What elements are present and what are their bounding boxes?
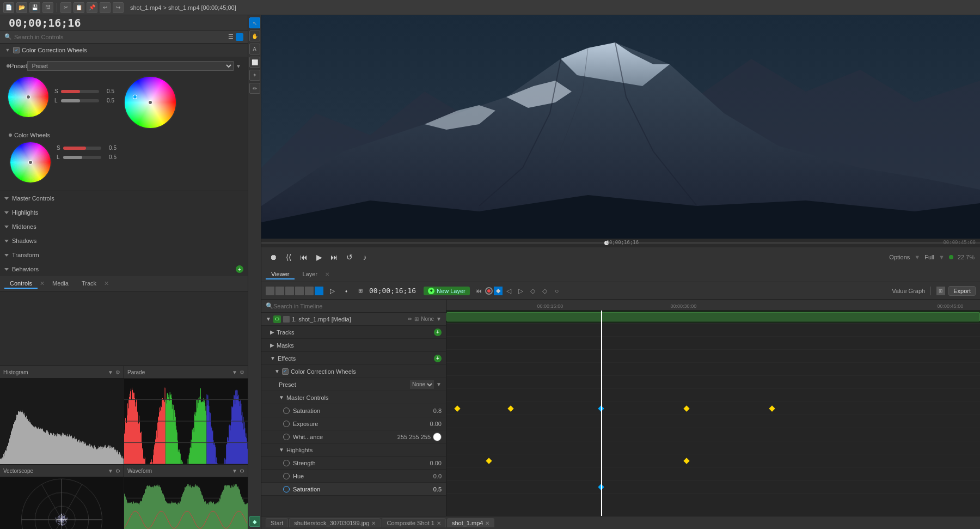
track-row[interactable]: Exposure 0.00 <box>261 417 446 430</box>
layer-tab-close[interactable]: ✕ <box>325 271 329 277</box>
transport-record[interactable]: ⏺ <box>267 251 280 264</box>
track-lock[interactable] <box>283 316 290 323</box>
l-slider[interactable] <box>61 99 99 102</box>
large-color-wheel[interactable] <box>123 75 177 130</box>
track-row[interactable]: ▼ Master Controls <box>261 391 446 404</box>
transport-play[interactable]: ▶ <box>313 251 326 264</box>
quality-btn[interactable]: Full <box>924 254 934 260</box>
kf-diamond[interactable] <box>769 405 775 411</box>
undo-btn[interactable]: ↩ <box>100 2 111 13</box>
kf-diamond[interactable] <box>683 405 689 411</box>
track-row[interactable]: ▶ Tracks + <box>261 326 446 339</box>
layout-btn-1[interactable] <box>266 287 274 295</box>
bottom-tool[interactable]: ◆ <box>249 516 260 527</box>
list-view-icon[interactable]: ☰ <box>228 33 234 40</box>
transform-header[interactable]: Transform <box>4 249 243 261</box>
pointer-tool[interactable]: ↖ <box>249 17 260 28</box>
tl-record-btn[interactable] <box>485 287 493 295</box>
track-row[interactable]: Saturation 0.8 <box>261 404 446 417</box>
histogram-menu[interactable]: ▼ <box>108 369 113 375</box>
kf-strength-2[interactable] <box>683 458 689 464</box>
tl-options[interactable]: ⊞ <box>936 287 945 295</box>
layout-btn-3[interactable] <box>285 287 294 295</box>
layout-btn-active[interactable] <box>315 287 323 295</box>
vectorscope-settings[interactable]: ⚙ <box>115 468 120 474</box>
shadow-wheel[interactable] <box>7 75 50 119</box>
layout-btn-4[interactable] <box>295 287 304 295</box>
filter-active-btn[interactable] <box>236 33 243 41</box>
redo-btn[interactable]: ↪ <box>113 2 124 13</box>
add-effect-btn[interactable]: + <box>434 355 442 362</box>
l2-slider[interactable] <box>63 156 101 159</box>
transport-step-back[interactable]: ⏮ <box>297 251 310 264</box>
shot1-tab-close[interactable]: ✕ <box>485 520 489 526</box>
tab-viewer[interactable]: Viewer <box>266 270 295 279</box>
kf-strength-1[interactable] <box>486 458 492 464</box>
tab-media[interactable]: Media <box>47 279 74 289</box>
timeline-ruler[interactable]: 00:00:15:00 00:00:30:00 00:00:45:00 <box>446 300 980 311</box>
tl-prev[interactable]: ⏮ <box>473 285 484 296</box>
value-graph-btn[interactable]: Value Graph <box>892 288 925 294</box>
transport-step-fwd[interactable]: ⏭ <box>328 251 341 264</box>
layout-btn-5[interactable] <box>305 287 314 295</box>
options-btn[interactable]: Options <box>889 254 910 260</box>
transport-prev-frame[interactable]: ⟨⟨ <box>282 251 295 264</box>
kf-diamond[interactable] <box>507 405 513 411</box>
color-wheel-2[interactable] <box>9 141 52 184</box>
tab-layer[interactable]: Layer <box>297 270 323 279</box>
preset-tl-dropdown[interactable]: None <box>410 380 434 389</box>
track-row[interactable]: Saturation 0.5 <box>261 483 446 496</box>
timeline-tool-play[interactable]: ▷ <box>327 285 338 296</box>
preset-dropdown[interactable]: Preset <box>27 61 234 71</box>
track-row[interactable]: Hue 0.0 <box>261 470 446 483</box>
tab-shot1[interactable]: shot_1.mp4 ✕ <box>447 518 494 527</box>
ccw-tl-checkbox[interactable]: ✓ <box>282 368 289 375</box>
track-row[interactable]: ▼ Effects + <box>261 352 446 365</box>
comp-icon[interactable]: ⊞ <box>414 316 419 322</box>
paste-btn[interactable]: 📌 <box>87 2 97 13</box>
track-row[interactable]: ▼ 1. shot_1.mp4 [Media] ✏ ⊞ None ▼ <box>261 313 446 326</box>
media-clip[interactable] <box>446 312 980 321</box>
copy-btn[interactable]: 📋 <box>74 2 84 13</box>
midtones-header[interactable]: Midtones <box>4 221 243 233</box>
search-controls-input[interactable] <box>14 34 226 40</box>
hand-tool[interactable]: ✋ <box>249 31 260 41</box>
shape-tool[interactable]: ⬜ <box>249 57 260 68</box>
waveform-settings[interactable]: ⚙ <box>240 468 244 474</box>
ccw-section-header[interactable]: ▼ ✓ Color Correction Wheels <box>0 44 248 57</box>
parade-menu[interactable]: ▼ <box>232 369 237 375</box>
master-controls-header[interactable]: Master Controls <box>4 192 243 204</box>
composite-tab-close[interactable]: ✕ <box>437 520 441 526</box>
track-eye[interactable] <box>273 315 281 323</box>
export-button[interactable]: Export <box>948 286 976 296</box>
wb-color-btn[interactable] <box>433 433 442 441</box>
s-slider[interactable] <box>61 90 99 93</box>
add-behavior-btn[interactable]: + <box>236 265 243 273</box>
new-file-btn[interactable]: 📄 <box>3 2 14 13</box>
playhead[interactable] <box>601 311 602 516</box>
open-btn[interactable]: 📂 <box>16 2 27 13</box>
tl-kf-btn[interactable]: ◆ <box>494 287 503 295</box>
behaviors-header[interactable]: Behaviors + <box>4 263 243 275</box>
parade-settings[interactable]: ⚙ <box>240 369 244 375</box>
new-layer-button[interactable]: + New Layer <box>424 287 470 295</box>
tab-track[interactable]: Track <box>76 279 102 289</box>
none-arrow[interactable]: ▼ <box>436 316 442 322</box>
pen-tool[interactable]: ✏ <box>249 83 260 94</box>
timeline-scrubber[interactable]: 00:00:45:00 00;00;16;16 <box>261 239 980 247</box>
tl-kf-2[interactable]: ◇ <box>528 285 538 296</box>
kf-diamond[interactable] <box>454 405 460 411</box>
track-row[interactable]: Preset None ▼ <box>261 378 446 391</box>
save-as-btn[interactable]: 🖫 <box>42 2 53 13</box>
track-row[interactable]: ▼ Highlights <box>261 443 446 457</box>
transport-loop[interactable]: ↺ <box>343 251 356 264</box>
cut-btn[interactable]: ✂ <box>60 2 71 13</box>
add-track-btn[interactable]: + <box>434 329 442 336</box>
edit-icon[interactable]: ✏ <box>408 316 412 322</box>
shadows-header[interactable]: Shadows <box>4 235 243 247</box>
tab-controls[interactable]: Controls <box>4 279 38 289</box>
text-tool[interactable]: A <box>249 44 260 54</box>
layout-btn-2[interactable] <box>275 287 284 295</box>
transport-audio[interactable]: ♪ <box>358 251 371 264</box>
timeline-search-input[interactable] <box>273 303 442 309</box>
